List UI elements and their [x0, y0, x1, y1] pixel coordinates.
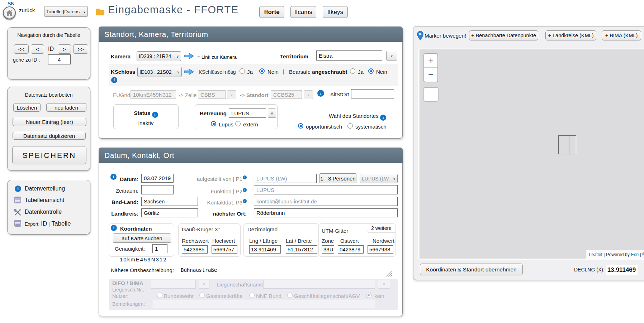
datum-input[interactable]: 03.07.2019: [141, 174, 174, 183]
kamera-select[interactable]: ID239 : 21R24∨: [137, 51, 181, 61]
nutzer-geschaeft-radio: [287, 293, 293, 298]
panel-datum-header: Datum, Kontakt, Ort: [99, 148, 403, 163]
edit-box: Datensatz bearbeiten Löschen neu laden N…: [7, 87, 90, 171]
nutzer-label: Nutzer:: [112, 293, 128, 299]
nutzer-nne-radio: [249, 293, 255, 298]
chevron-down-icon: ∨: [176, 54, 179, 58]
resize-handle[interactable]: [385, 269, 392, 277]
systematisch-radio[interactable]: [347, 123, 353, 129]
kschloss-select[interactable]: ID103 : 21S02∨: [137, 67, 182, 77]
opportunistisch-radio[interactable]: [298, 123, 303, 129]
kschluessel-nein-radio[interactable]: [259, 68, 265, 74]
next-record-button[interactable]: >: [58, 44, 71, 54]
app-tab-ffkeys[interactable]: ffkeys: [323, 6, 348, 18]
home-icon[interactable]: [3, 6, 16, 19]
map-canvas[interactable]: + − Leaflet | Powered by Esri | © C: [419, 49, 644, 259]
lng-label: Lng / Länge: [249, 238, 278, 244]
betreuung-extern-label: extern: [243, 121, 258, 127]
info-icon[interactable]: i: [111, 77, 117, 83]
map-extra-button[interactable]: [423, 87, 439, 102]
esri-link[interactable]: Esri: [631, 252, 639, 257]
app-tab-ffcams[interactable]: ffcams: [290, 6, 316, 18]
betreuung-lupus-radio[interactable]: [211, 121, 216, 126]
prev-record-button[interactable]: <: [31, 44, 44, 54]
link-datenverteilung[interactable]: Datenverteilung: [25, 185, 65, 192]
declng-value: 13.911469: [606, 265, 638, 275]
zone-input[interactable]: 33U: [322, 245, 334, 254]
save-button[interactable]: SPEICHERN: [12, 146, 86, 164]
new-entry-button[interactable]: Neuer Eintrag (leer): [13, 118, 86, 126]
bima-button[interactable]: + BIMA (KML): [602, 30, 641, 40]
back-link[interactable]: zurück: [19, 7, 35, 13]
app-tab-fforte[interactable]: fforte: [259, 6, 284, 18]
bearsafe-nein-radio[interactable]: [368, 68, 374, 74]
nutzer-geschaeft-label: Geschäftsliegenschaft/AGV: [294, 293, 360, 299]
betreuung-dropdown-button[interactable]: ∨: [268, 109, 276, 118]
dez-title: Dezimalgrad: [247, 226, 278, 232]
first-record-button[interactable]: <<: [14, 44, 29, 54]
kschloss-label: KSchloss: [111, 69, 135, 75]
info-icon[interactable]: i: [152, 112, 158, 118]
marker-pin-icon: [417, 31, 424, 40]
info-icon[interactable]: i: [111, 225, 117, 231]
info-icon[interactable]: i: [243, 188, 247, 192]
territorium-dropdown-button[interactable]: ∨: [386, 51, 397, 61]
betreuung-extern-radio[interactable]: [235, 121, 241, 126]
export-label: Export:: [25, 221, 39, 227]
nordwert-input[interactable]: 5667938: [368, 245, 393, 254]
last-record-button[interactable]: >>: [73, 44, 88, 54]
altstort-input[interactable]: [351, 89, 394, 98]
lat-input[interactable]: 51.157812: [286, 245, 317, 254]
folder-icon: [96, 8, 105, 17]
nutzer-kein-label: kein: [374, 293, 384, 299]
rechtswert-input[interactable]: 5423985: [182, 245, 208, 254]
p3-input[interactable]: kontakt@lupus-institut.de: [254, 197, 398, 206]
systematisch-label: systematisch: [355, 124, 387, 130]
separator: |: [283, 68, 284, 74]
p1-input[interactable]: LUPUS (LW): [254, 174, 317, 183]
table-select[interactable]: Tabelle [Datens∨: [44, 6, 88, 17]
zoom-in-button[interactable]: +: [424, 54, 437, 68]
reload-button[interactable]: neu laden: [46, 103, 86, 112]
duplicate-button[interactable]: Datensatz duplizieren: [13, 132, 86, 140]
landkreis-label: Landkreis:: [99, 211, 138, 217]
territorium-input[interactable]: Elstra: [316, 50, 382, 61]
apply-coordinates-button[interactable]: Koordinaten & Standort übernehmen: [420, 264, 523, 275]
info-icon[interactable]: i: [243, 199, 247, 203]
ostwert-input[interactable]: 0423879: [338, 245, 364, 254]
datum-label: Datum:: [99, 176, 138, 182]
personen-button[interactable]: 1 - 3 Personen: [319, 173, 356, 183]
landkreise-button[interactable]: + Landkreise (KML): [545, 30, 596, 40]
genauigkeit-input[interactable]: 1: [152, 244, 167, 253]
info-icon[interactable]: i: [380, 115, 386, 121]
status-title: Status i: [114, 110, 178, 118]
utm-more-button[interactable]: 2 weitere: [367, 223, 396, 233]
link-datenkontrolle[interactable]: Datenkontrolle: [25, 209, 62, 215]
kschluessel-ja-radio[interactable]: [240, 68, 245, 74]
hochwert-input[interactable]: 5669757: [212, 245, 237, 254]
karte-suchen-button[interactable]: auf Karte suchen: [113, 233, 171, 243]
goto-id-label: gehe zu ID :: [13, 57, 40, 63]
leaflet-link[interactable]: Leaflet: [589, 252, 602, 257]
eugrid-label: EUGrid: [113, 92, 130, 98]
delete-button[interactable]: Löschen: [13, 103, 41, 112]
export-table-link[interactable]: Tabelle: [52, 220, 71, 227]
betreuung-input[interactable]: LUPUS: [229, 109, 266, 118]
export-id-link[interactable]: ID: [41, 220, 47, 227]
goto-id-input[interactable]: 4: [48, 54, 71, 64]
beschreibung-textarea[interactable]: Bühnaustraße: [180, 266, 392, 277]
p3-label: Kontaktdat. P3i: [189, 199, 247, 206]
info-icon[interactable]: i: [317, 90, 324, 97]
link-tabellenansicht[interactable]: Tabellenansicht: [25, 197, 64, 203]
difo-title: DIFO / BIMA: [112, 280, 143, 286]
p1-select[interactable]: LUPUS (LW∨: [360, 174, 398, 183]
info-icon[interactable]: i: [243, 175, 247, 179]
zoom-out-button[interactable]: −: [424, 68, 437, 81]
ort-input[interactable]: Röderbrunn: [254, 208, 398, 217]
goto-id-link[interactable]: gehe zu ID: [13, 57, 37, 63]
zeitraum-input[interactable]: [141, 185, 174, 194]
benachbarte-button[interactable]: + Benachbarte Datenpunkte: [469, 30, 538, 40]
bearsafe-ja-radio[interactable]: [350, 68, 355, 74]
p2-input[interactable]: LUPUS: [254, 185, 398, 194]
lng-input[interactable]: 13.911469: [249, 245, 281, 254]
